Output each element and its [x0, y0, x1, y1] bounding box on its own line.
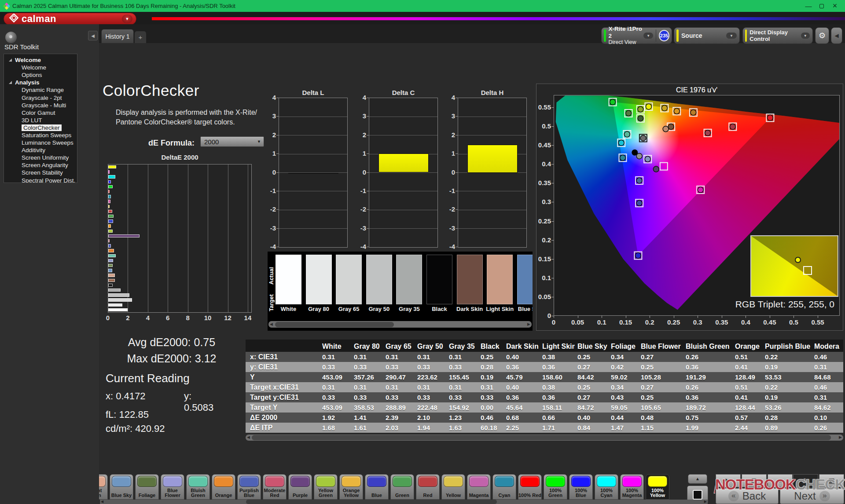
tab-history-1[interactable]: History 1 [101, 29, 134, 43]
table-row-label: Target Y [246, 404, 320, 412]
patch-button-purple[interactable]: Purple [288, 474, 312, 500]
sidebar-collapse-button[interactable]: ◀ [88, 31, 98, 40]
meter-dropdown[interactable]: X-Rite i1Pro 2 Direct View ▼ 235 [601, 27, 672, 44]
patch-button-yellow[interactable]: Yellow [441, 474, 465, 500]
delta-gridline [458, 210, 526, 210]
table-column-foliage: Foliage [608, 343, 638, 352]
patch-button-light-skin[interactable]: Light Skin [99, 474, 108, 500]
patch-button-blue[interactable]: Blue [365, 474, 389, 500]
patch-button-orange[interactable]: Orange [212, 474, 235, 500]
delta-tick-mark [276, 209, 279, 210]
sidebar-item-luminance-sweeps[interactable]: Luminance Sweeps [4, 139, 77, 146]
scroll-left-icon[interactable]: ◀ [270, 322, 273, 326]
patch-scrollbar-thumb[interactable] [246, 500, 497, 504]
patch-bar-scrollbar[interactable]: ◀▶ [100, 500, 708, 504]
table-scrollbar[interactable]: ◀▶ [246, 435, 843, 441]
sidebar-item-colorchecker[interactable]: ColorChecker [4, 124, 77, 131]
sidebar-item-welcome[interactable]: Welcome [4, 64, 77, 71]
patch-button-100-green[interactable]: 100% Green [544, 474, 567, 500]
source-dropdown[interactable]: Source ▼ [674, 27, 740, 44]
calman-menu-button[interactable]: calman ▼ [4, 13, 136, 25]
settings-button[interactable]: ⚙ [815, 27, 829, 44]
table-scrollbar-thumb[interactable] [252, 435, 831, 440]
patch-button-orange-yellow[interactable]: Orange Yellow [339, 474, 363, 500]
patch-button-blue-flower[interactable]: Blue Flower [161, 474, 184, 500]
source-label: Source [681, 32, 702, 39]
sidebar-item-saturation-sweeps[interactable]: Saturation Sweeps [4, 131, 77, 139]
scroll-right-icon[interactable]: ▶ [704, 500, 707, 504]
sidebar-item-3d-lut[interactable]: 3D LUT [4, 117, 77, 124]
patch-button-yellow-green[interactable]: Yellow Green [314, 474, 338, 500]
restore-button[interactable] [815, 2, 828, 11]
table-cell: 191.29 [683, 373, 732, 381]
patch-button-cyan[interactable]: Cyan [492, 474, 516, 500]
sidebar-item-spectral-power-dist[interactable]: Spectral Power Dist. [4, 177, 77, 183]
table-header-row: WhiteGray 80Gray 65Gray 50Gray 35BlackDa… [246, 340, 843, 352]
meter-reading-badge[interactable]: 235 [659, 30, 669, 41]
sidebar-item-screen-uniformity[interactable]: Screen Uniformity [4, 154, 77, 161]
grid-icon[interactable]: ▦ [819, 474, 844, 487]
loop-icon[interactable]: ∞ [768, 474, 793, 487]
sidebar-item-options[interactable]: Options [4, 71, 77, 79]
table-row-label: Y [246, 373, 320, 381]
sidebar-item-grayscale-2pt[interactable]: Grayscale - 2pt [4, 94, 77, 101]
table-column-blue-sky: Blue Sky [575, 343, 608, 352]
sidebar-item-dynamic-range[interactable]: Dynamic Range [4, 86, 77, 94]
patch-button-red[interactable]: Red [416, 474, 440, 500]
patch-button-magenta[interactable]: Magenta [467, 474, 491, 500]
minimize-button[interactable]: — [802, 2, 815, 11]
patch-button-100-cyan[interactable]: 100% Cyan [595, 474, 618, 500]
table-row-e-2000: ΔE 20001.921.412.392.101.230.460.680.660… [246, 413, 843, 423]
scroll-right-icon[interactable]: ▶ [839, 435, 842, 439]
scroll-left-icon[interactable]: ◀ [247, 435, 250, 439]
sidebar-item-color-gamut[interactable]: Color Gamut [4, 109, 77, 117]
sidebar-item-grayscale-multi[interactable]: Grayscale - Multi [4, 102, 77, 109]
sidebar-item-welcome[interactable]: Welcome [4, 56, 77, 64]
pattern-window-icon[interactable]: ⊡ [742, 474, 767, 487]
de-formula-dropdown[interactable]: 2000 ▼ [200, 136, 264, 147]
gear-icon: ⚙ [819, 31, 826, 40]
panel-collapse-button[interactable]: ◀ [831, 27, 842, 44]
table-column-gray-35: Gray 35 [446, 343, 478, 352]
close-button[interactable]: × [828, 2, 841, 11]
delta-tick-mark [456, 153, 458, 154]
next-button[interactable]: Next» [780, 488, 844, 504]
patch-button-100-magenta[interactable]: 100% Magenta [620, 474, 644, 500]
patch-button-purplish-blue[interactable]: Purplish Blue [237, 474, 261, 500]
patch-button-foliage[interactable]: Foliage [135, 474, 159, 500]
delta-gridline [458, 117, 526, 117]
patch-button-100-red[interactable]: 100% Red [518, 474, 542, 500]
table-cell: 0.33 [320, 363, 351, 371]
sidebar-item-analysis[interactable]: Analysis [4, 79, 77, 86]
sidebar-item-additivity[interactable]: Additivity [4, 146, 77, 154]
scroll-left-icon[interactable]: ◀ [101, 500, 103, 504]
patch-button-blue-sky[interactable]: Blue Sky [110, 474, 133, 500]
patch-button-100-yellow[interactable]: 100% Yellow [646, 474, 669, 500]
table-cell: 1.68 [320, 424, 351, 431]
tree-expand-icon[interactable] [9, 58, 12, 62]
tree-expand-icon[interactable] [9, 81, 12, 84]
patch-button-bluish-green[interactable]: Bluish Green [186, 474, 210, 500]
patch-button-green[interactable]: Green [390, 474, 414, 500]
patch-button-moderate-red[interactable]: Moderate Red [263, 474, 287, 500]
table-cell: 0.42 [608, 363, 638, 371]
description-line2: Pantone ColorChecker® target colors. [116, 117, 261, 127]
back-button[interactable]: «Back [716, 488, 779, 504]
table-cell: 0.41 [732, 394, 762, 401]
deltae-gridline [228, 164, 228, 312]
play-icon[interactable]: ▶ [716, 474, 741, 487]
sidebar-item-screen-angularity[interactable]: Screen Angularity [4, 161, 77, 169]
sidebar-item-screen-stability[interactable]: Screen Stability [4, 169, 77, 176]
patch-button-100-blue[interactable]: 100% Blue [569, 474, 593, 500]
swatch-strip-scrollbar[interactable]: ◀▶ [268, 321, 532, 328]
add-tab-button[interactable]: + [135, 31, 146, 43]
patch-scroll-up-button[interactable]: ▲ [688, 474, 707, 484]
table-row-e-itp: ΔE ITP1.681.612.031.941.6360.182.251.710… [246, 423, 843, 433]
table-cell: 53.26 [762, 404, 812, 411]
delta-tick-mark [367, 116, 369, 117]
avg-de2000-readout: Avg dE2000: 0.75 [110, 336, 233, 349]
display-control-dropdown[interactable]: Direct Display Control ▼ [742, 27, 813, 44]
scroll-right-icon[interactable]: ▶ [527, 322, 530, 326]
swatch-scrollbar-thumb[interactable] [275, 322, 394, 327]
refresh-icon[interactable]: ↻ [793, 474, 818, 487]
